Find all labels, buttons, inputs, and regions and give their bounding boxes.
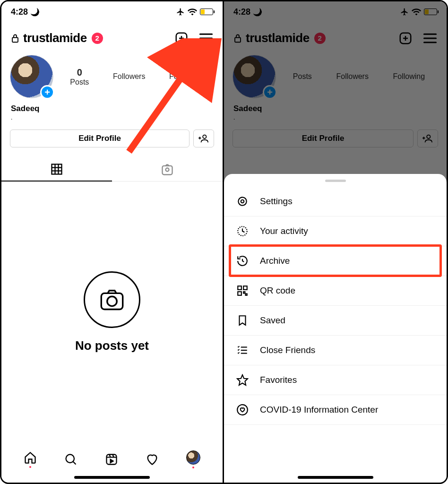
svg-point-7 [203,135,206,138]
empty-state: No posts yet [1,182,223,443]
menu-item-settings[interactable]: Settings [224,187,447,216]
menu-item-archive[interactable]: Archive [224,246,447,276]
tagged-tab[interactable] [112,158,223,182]
username-label[interactable]: trustlamide [23,31,87,45]
display-name: Sadeeq [1,101,223,114]
menu-button[interactable] [199,33,213,44]
right-pane: 4:28 trustlamide 2 [224,1,447,483]
menu-item-your-activity[interactable]: Your activity [224,216,447,246]
svg-point-37 [241,200,244,203]
close-friends-icon [235,344,250,356]
menu-item-close-friends[interactable]: Close Friends [224,336,447,365]
svg-point-36 [238,197,246,205]
add-story-icon[interactable]: + [40,85,54,99]
svg-line-20 [73,462,76,465]
stat-posts[interactable]: 0 Posts [70,67,89,86]
profile-header: trustlamide 2 [1,22,223,50]
menu-item-label: Archive [260,256,290,266]
menu-item-favorites[interactable]: Favorites [224,365,447,395]
menu-item-label: Saved [260,315,285,326]
heart-info-icon [235,404,250,416]
lock-icon [11,33,19,43]
svg-rect-43 [246,294,247,295]
qrcode-icon [235,285,250,297]
battery-icon [200,9,213,15]
svg-rect-42 [243,292,245,293]
nav-home[interactable] [24,451,37,468]
stat-following[interactable]: Following [169,72,201,81]
svg-rect-0 [12,37,18,42]
svg-rect-15 [163,165,172,174]
svg-rect-40 [243,286,247,290]
nav-avatar-icon [186,450,200,465]
status-time: 4:28 [11,7,28,17]
camera-icon [84,271,140,328]
nav-profile[interactable] [186,450,200,468]
bottom-nav [1,443,223,476]
activity-icon [235,225,250,237]
menu-item-label: Favorites [260,375,297,385]
menu-item-qr-code[interactable]: QR code [224,276,447,306]
menu-list: SettingsYour activityArchiveQR codeSaved… [224,187,447,425]
nav-reels[interactable] [105,453,118,466]
archive-icon [235,255,250,267]
svg-point-19 [66,455,75,463]
menu-item-label: Your activity [260,226,308,236]
svg-point-18 [107,296,117,306]
wifi-icon [188,8,197,16]
airplane-mode-icon [176,8,185,16]
svg-point-16 [166,168,169,171]
menu-item-saved[interactable]: Saved [224,306,447,336]
menu-item-label: QR code [260,285,295,296]
do-not-disturb-icon [30,7,40,17]
discover-people-button[interactable] [193,130,214,147]
notification-badge[interactable]: 2 [92,33,103,44]
svg-rect-10 [52,164,62,174]
gear-icon [235,195,250,207]
menu-item-label: Close Friends [260,345,315,355]
avatar[interactable]: + [10,55,53,98]
sheet-handle[interactable] [325,180,346,182]
nav-search[interactable] [64,453,78,466]
stats-row: + 0 Posts Followers Following [1,50,223,101]
left-pane: 4:28 trustlamide 2 [1,1,224,483]
create-post-button[interactable] [174,31,189,45]
menu-item-covid-19-information-center[interactable]: COVID-19 Information Center [224,395,447,425]
bookmark-icon [235,314,250,327]
screenshot-pair: 4:28 trustlamide 2 [0,0,448,484]
home-indicator [74,476,150,479]
svg-rect-21 [107,455,117,465]
menu-item-label: Settings [260,196,293,207]
svg-rect-41 [238,292,241,295]
menu-item-label: COVID-19 Information Center [260,405,378,415]
grid-tab[interactable] [1,158,112,182]
empty-message: No posts yet [75,338,149,353]
profile-tabs [1,158,223,182]
menu-sheet: SettingsYour activityArchiveQR codeSaved… [224,174,447,483]
bio-text: . [1,114,223,121]
svg-point-48 [237,405,248,415]
star-icon [235,374,250,386]
edit-profile-row: Edit Profile [1,121,223,151]
home-indicator [298,476,373,479]
edit-profile-button[interactable]: Edit Profile [10,130,190,147]
stat-followers[interactable]: Followers [113,72,145,81]
nav-activity[interactable] [146,453,159,466]
status-bar: 4:28 [1,1,223,22]
svg-marker-47 [237,375,248,385]
svg-rect-39 [238,286,241,290]
